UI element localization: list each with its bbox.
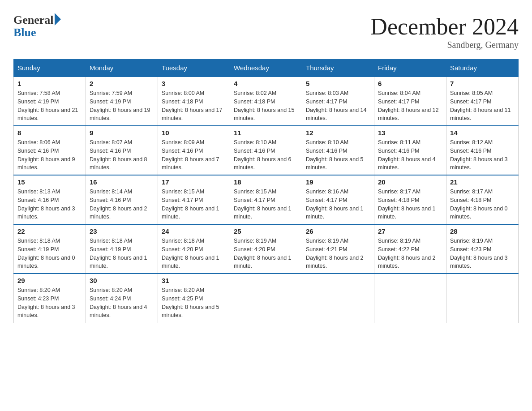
calendar-cell: 29Sunrise: 8:20 AMSunset: 4:23 PMDayligh…	[14, 274, 86, 323]
day-info: Sunrise: 8:20 AMSunset: 4:23 PMDaylight:…	[17, 286, 82, 320]
day-number: 30	[90, 277, 154, 284]
day-info: Sunrise: 8:19 AMSunset: 4:23 PMDaylight:…	[450, 237, 515, 270]
day-number: 29	[17, 277, 82, 284]
week-row-2: 8Sunrise: 8:06 AMSunset: 4:16 PMDaylight…	[14, 126, 519, 175]
week-row-5: 29Sunrise: 8:20 AMSunset: 4:23 PMDayligh…	[14, 274, 519, 323]
day-info: Sunrise: 8:18 AMSunset: 4:20 PMDaylight:…	[162, 237, 226, 270]
calendar-cell: 9Sunrise: 8:07 AMSunset: 4:16 PMDaylight…	[86, 126, 158, 175]
day-info: Sunrise: 7:59 AMSunset: 4:19 PMDaylight:…	[90, 89, 154, 123]
day-info: Sunrise: 8:12 AMSunset: 4:16 PMDaylight:…	[450, 138, 515, 172]
calendar-cell	[302, 274, 374, 323]
calendar-cell: 26Sunrise: 8:19 AMSunset: 4:21 PMDayligh…	[302, 224, 374, 274]
day-info: Sunrise: 8:10 AMSunset: 4:16 PMDaylight:…	[234, 138, 298, 172]
calendar-table: Sunday Monday Tuesday Wednesday Thursday…	[13, 59, 519, 323]
day-info: Sunrise: 8:16 AMSunset: 4:17 PMDaylight:…	[306, 188, 370, 221]
day-number: 7	[450, 80, 515, 87]
week-row-1: 1Sunrise: 7:58 AMSunset: 4:19 PMDaylight…	[14, 77, 519, 126]
calendar-cell: 6Sunrise: 8:04 AMSunset: 4:17 PMDaylight…	[374, 77, 446, 126]
day-number: 19	[306, 178, 370, 186]
day-number: 14	[450, 129, 515, 137]
day-number: 17	[162, 178, 226, 186]
calendar-cell: 3Sunrise: 8:00 AMSunset: 4:18 PMDaylight…	[158, 77, 230, 126]
day-info: Sunrise: 8:15 AMSunset: 4:17 PMDaylight:…	[234, 188, 298, 221]
calendar-cell: 18Sunrise: 8:15 AMSunset: 4:17 PMDayligh…	[230, 175, 302, 224]
day-number: 10	[162, 129, 226, 137]
day-info: Sunrise: 8:20 AMSunset: 4:24 PMDaylight:…	[90, 286, 154, 320]
day-info: Sunrise: 8:07 AMSunset: 4:16 PMDaylight:…	[90, 138, 154, 172]
calendar-cell: 25Sunrise: 8:19 AMSunset: 4:20 PMDayligh…	[230, 224, 302, 274]
calendar-cell: 20Sunrise: 8:17 AMSunset: 4:18 PMDayligh…	[374, 175, 446, 224]
title-area: December 2024 Sandberg, Germany	[370, 13, 519, 50]
calendar-cell: 16Sunrise: 8:14 AMSunset: 4:16 PMDayligh…	[86, 175, 158, 224]
calendar-cell: 12Sunrise: 8:10 AMSunset: 4:16 PMDayligh…	[302, 126, 374, 175]
calendar-cell: 11Sunrise: 8:10 AMSunset: 4:16 PMDayligh…	[230, 126, 302, 175]
day-info: Sunrise: 8:18 AMSunset: 4:19 PMDaylight:…	[90, 237, 154, 270]
calendar-cell: 7Sunrise: 8:05 AMSunset: 4:17 PMDaylight…	[446, 77, 519, 126]
day-info: Sunrise: 8:19 AMSunset: 4:22 PMDaylight:…	[378, 237, 442, 270]
col-tuesday: Tuesday	[158, 60, 230, 77]
calendar-cell: 15Sunrise: 8:13 AMSunset: 4:16 PMDayligh…	[14, 175, 86, 224]
col-wednesday: Wednesday	[230, 60, 302, 77]
week-row-3: 15Sunrise: 8:13 AMSunset: 4:16 PMDayligh…	[14, 175, 519, 224]
day-number: 16	[90, 178, 154, 186]
day-info: Sunrise: 8:13 AMSunset: 4:16 PMDaylight:…	[17, 188, 82, 221]
calendar-cell: 28Sunrise: 8:19 AMSunset: 4:23 PMDayligh…	[446, 224, 519, 274]
calendar-cell: 23Sunrise: 8:18 AMSunset: 4:19 PMDayligh…	[86, 224, 158, 274]
location-subtitle: Sandberg, Germany	[370, 40, 519, 50]
calendar-cell: 30Sunrise: 8:20 AMSunset: 4:24 PMDayligh…	[86, 274, 158, 323]
day-info: Sunrise: 8:18 AMSunset: 4:19 PMDaylight:…	[17, 237, 82, 270]
day-info: Sunrise: 8:03 AMSunset: 4:17 PMDaylight:…	[306, 89, 370, 123]
day-info: Sunrise: 8:17 AMSunset: 4:18 PMDaylight:…	[450, 188, 515, 221]
day-number: 20	[378, 178, 442, 186]
day-number: 6	[378, 80, 442, 87]
day-info: Sunrise: 8:11 AMSunset: 4:16 PMDaylight:…	[378, 138, 442, 172]
days-header-row: Sunday Monday Tuesday Wednesday Thursday…	[14, 60, 519, 77]
logo-blue-text: Blue	[13, 26, 36, 39]
day-number: 21	[450, 178, 515, 186]
day-number: 31	[162, 277, 226, 284]
day-number: 26	[306, 227, 370, 235]
logo-arrow-icon	[55, 13, 61, 26]
day-info: Sunrise: 8:20 AMSunset: 4:25 PMDaylight:…	[162, 286, 226, 320]
day-number: 18	[234, 178, 298, 186]
calendar-cell: 19Sunrise: 8:16 AMSunset: 4:17 PMDayligh…	[302, 175, 374, 224]
logo: General Blue	[13, 13, 61, 39]
day-info: Sunrise: 7:58 AMSunset: 4:19 PMDaylight:…	[17, 89, 82, 123]
calendar-cell: 27Sunrise: 8:19 AMSunset: 4:22 PMDayligh…	[374, 224, 446, 274]
month-year-title: December 2024	[370, 13, 519, 40]
calendar-cell	[446, 274, 519, 323]
calendar-cell: 1Sunrise: 7:58 AMSunset: 4:19 PMDaylight…	[14, 77, 86, 126]
day-info: Sunrise: 8:10 AMSunset: 4:16 PMDaylight:…	[306, 138, 370, 172]
day-number: 3	[162, 80, 226, 87]
day-number: 8	[17, 129, 82, 137]
day-info: Sunrise: 8:02 AMSunset: 4:18 PMDaylight:…	[234, 89, 298, 123]
day-number: 15	[17, 178, 82, 186]
calendar-cell: 8Sunrise: 8:06 AMSunset: 4:16 PMDaylight…	[14, 126, 86, 175]
day-number: 22	[17, 227, 82, 235]
day-info: Sunrise: 8:19 AMSunset: 4:21 PMDaylight:…	[306, 237, 370, 270]
day-number: 13	[378, 129, 442, 137]
calendar-cell: 2Sunrise: 7:59 AMSunset: 4:19 PMDaylight…	[86, 77, 158, 126]
day-info: Sunrise: 8:04 AMSunset: 4:17 PMDaylight:…	[378, 89, 442, 123]
calendar-cell	[374, 274, 446, 323]
day-number: 12	[306, 129, 370, 137]
day-info: Sunrise: 8:09 AMSunset: 4:16 PMDaylight:…	[162, 138, 226, 172]
col-thursday: Thursday	[302, 60, 374, 77]
day-number: 1	[17, 80, 82, 87]
week-row-4: 22Sunrise: 8:18 AMSunset: 4:19 PMDayligh…	[14, 224, 519, 274]
page-header: General Blue December 2024 Sandberg, Ger…	[13, 13, 519, 50]
calendar-cell: 21Sunrise: 8:17 AMSunset: 4:18 PMDayligh…	[446, 175, 519, 224]
day-number: 2	[90, 80, 154, 87]
calendar-cell: 14Sunrise: 8:12 AMSunset: 4:16 PMDayligh…	[446, 126, 519, 175]
day-number: 24	[162, 227, 226, 235]
col-saturday: Saturday	[446, 60, 519, 77]
calendar-cell: 24Sunrise: 8:18 AMSunset: 4:20 PMDayligh…	[158, 224, 230, 274]
col-friday: Friday	[374, 60, 446, 77]
day-number: 27	[378, 227, 442, 235]
calendar-cell: 31Sunrise: 8:20 AMSunset: 4:25 PMDayligh…	[158, 274, 230, 323]
day-info: Sunrise: 8:05 AMSunset: 4:17 PMDaylight:…	[450, 89, 515, 123]
day-info: Sunrise: 8:17 AMSunset: 4:18 PMDaylight:…	[378, 188, 442, 221]
day-info: Sunrise: 8:19 AMSunset: 4:20 PMDaylight:…	[234, 237, 298, 270]
calendar-cell: 13Sunrise: 8:11 AMSunset: 4:16 PMDayligh…	[374, 126, 446, 175]
day-number: 9	[90, 129, 154, 137]
